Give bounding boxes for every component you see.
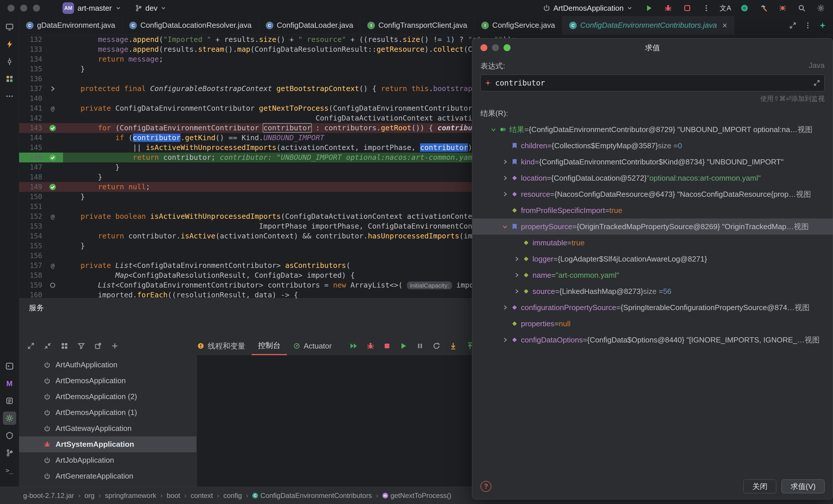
editor-gutter[interactable]: 136	[19, 74, 63, 84]
editor-tab[interactable]: IConfigService.java	[474, 16, 562, 34]
chevron-right-icon[interactable]	[500, 159, 510, 165]
problems-icon[interactable]	[3, 429, 16, 442]
stop-button[interactable]	[683, 3, 692, 13]
line-number[interactable]: 153	[19, 221, 45, 231]
view-link[interactable]: 视图	[794, 222, 809, 232]
line-number[interactable]: 159	[19, 280, 45, 290]
editor-gutter[interactable]: 150	[19, 192, 63, 202]
editor-gutter[interactable]: 153	[19, 221, 63, 231]
line-number[interactable]: 154	[19, 231, 45, 241]
editor-gutter[interactable]: 142	[19, 113, 63, 123]
tree-row[interactable]: kind = {ConfigDataEnvironmentContributor…	[472, 154, 833, 170]
project-widget[interactable]: AM art-master	[63, 2, 121, 14]
collapse-icon[interactable]	[44, 342, 51, 350]
open-in-new-icon[interactable]	[94, 342, 102, 350]
group-icon[interactable]	[61, 342, 68, 350]
line-number[interactable]: 137	[19, 84, 45, 94]
breadcrumb-item[interactable]: springframework	[105, 492, 156, 500]
line-number[interactable]: 155	[19, 241, 45, 251]
debug-bug-icon[interactable]	[366, 342, 375, 350]
line-number[interactable]: 156	[19, 251, 45, 261]
rerun-icon[interactable]	[432, 342, 441, 350]
breadcrumb-item[interactable]: g-boot-2.7.12.jar	[23, 492, 74, 500]
line-number[interactable]: 150	[19, 192, 45, 202]
editor-gutter[interactable]: 140	[19, 94, 63, 103]
close-window-button[interactable]	[7, 5, 15, 11]
editor-tab[interactable]: CConfigDataLocationResolver.java	[122, 16, 259, 34]
check-gutter-icon[interactable]	[45, 123, 61, 133]
editor-gutter[interactable]: 137	[19, 84, 63, 94]
line-number[interactable]: 158	[19, 271, 45, 280]
editor-tab[interactable]: CConfigDataEnvironmentContributors.java×	[562, 16, 734, 34]
pause-icon[interactable]	[416, 342, 424, 350]
search-icon[interactable]	[797, 3, 806, 13]
editor-gutter[interactable]: 152@	[19, 211, 63, 221]
build-hammer-icon[interactable]	[759, 3, 768, 13]
line-number[interactable]: 143	[19, 123, 45, 133]
debug-tab[interactable]: Actuator	[287, 337, 338, 355]
editor-gutter[interactable]: 141@	[19, 103, 63, 113]
line-number[interactable]: 141	[19, 103, 45, 113]
line-number[interactable]: 136	[19, 74, 45, 84]
database-icon[interactable]	[3, 394, 16, 407]
avatar[interactable]	[740, 3, 749, 13]
check-gutter-icon[interactable]	[45, 153, 61, 162]
services-icon[interactable]	[3, 411, 16, 425]
tree-row[interactable]: logger = {LogAdapter$Slf4jLocationAwareL…	[472, 251, 833, 267]
line-number[interactable]: 142	[19, 113, 45, 123]
circle-gutter-icon[interactable]	[45, 280, 61, 290]
line-number[interactable]: 144	[19, 133, 45, 143]
help-icon[interactable]: ?	[480, 481, 492, 492]
service-list-item[interactable]: ArtDemosApplication (1)	[19, 405, 196, 421]
minimize-window-button[interactable]	[20, 5, 27, 11]
line-number[interactable]: 157	[19, 261, 45, 271]
chevron-right-icon[interactable]	[511, 256, 522, 262]
breadcrumb-item[interactable]: boot	[167, 492, 180, 500]
editor-gutter[interactable]: 155	[19, 241, 63, 251]
expression-input[interactable]: contributor	[480, 75, 825, 91]
result-tree[interactable]: 结果 = {ConfigDataEnvironmentContributor@8…	[480, 121, 825, 348]
view-link[interactable]: 视图	[805, 335, 820, 345]
breadcrumb-item[interactable]: mgetNextToProcess()	[382, 492, 452, 500]
editor-gutter[interactable]: 151	[19, 202, 63, 211]
editor-gutter[interactable]: 134	[19, 54, 63, 64]
line-number[interactable]: 147	[19, 162, 45, 172]
editor-gutter[interactable]: 145	[19, 143, 63, 153]
expand-editor-icon[interactable]	[789, 22, 796, 29]
close-button[interactable]: 关闭	[743, 479, 776, 493]
chevron-right-icon[interactable]	[511, 288, 522, 295]
editor-gutter[interactable]: 147	[19, 162, 63, 172]
line-number[interactable]: 145	[19, 143, 45, 153]
translate-icon[interactable]: 文A	[721, 3, 730, 13]
chevron-down-icon[interactable]	[500, 223, 510, 230]
service-list-item[interactable]: ArtDemosApplication	[19, 373, 196, 389]
run-toolwindow-icon[interactable]	[3, 359, 16, 373]
line-number[interactable]: 140	[19, 94, 45, 103]
line-number[interactable]: 132	[19, 35, 45, 45]
expand-icon[interactable]	[27, 342, 35, 350]
chevron-down-icon[interactable]	[489, 126, 498, 133]
line-number[interactable]: 133	[19, 45, 45, 54]
service-list-item[interactable]: ArtGenerateApplication	[19, 468, 196, 484]
editor-gutter[interactable]: 154	[19, 231, 63, 241]
expand-field-icon[interactable]	[813, 79, 820, 86]
breadcrumb-item[interactable]: CConfigDataEnvironmentContributors	[252, 492, 372, 500]
stop-icon[interactable]	[383, 342, 391, 350]
breadcrumb-item[interactable]: config	[223, 492, 242, 500]
tree-row[interactable]: location = {ConfigDataLocation@5272} "op…	[472, 170, 833, 186]
chevron-right-icon[interactable]	[500, 337, 510, 343]
editor-gutter[interactable]: 149	[19, 182, 63, 192]
tree-row[interactable]: source = {LinkedHashMap@8273} size = 56	[472, 283, 833, 299]
editor-gutter[interactable]: 160	[19, 290, 63, 298]
filter-icon[interactable]	[77, 342, 85, 350]
zoom-window-button[interactable]	[33, 5, 40, 11]
add-service-icon[interactable]	[111, 342, 119, 350]
service-list-item[interactable]: ArtAuthApplication	[19, 357, 196, 373]
step-down-icon[interactable]	[449, 342, 457, 350]
more-actions-icon[interactable]	[702, 3, 711, 13]
service-list-item[interactable]: ArtDemosApplication (2)	[19, 389, 196, 405]
fold-gutter-icon[interactable]	[45, 84, 61, 94]
check-gutter-icon[interactable]	[45, 182, 61, 192]
tree-row[interactable]: fromProfileSpecificImport = true	[472, 202, 833, 219]
line-number[interactable]: 135	[19, 64, 45, 74]
